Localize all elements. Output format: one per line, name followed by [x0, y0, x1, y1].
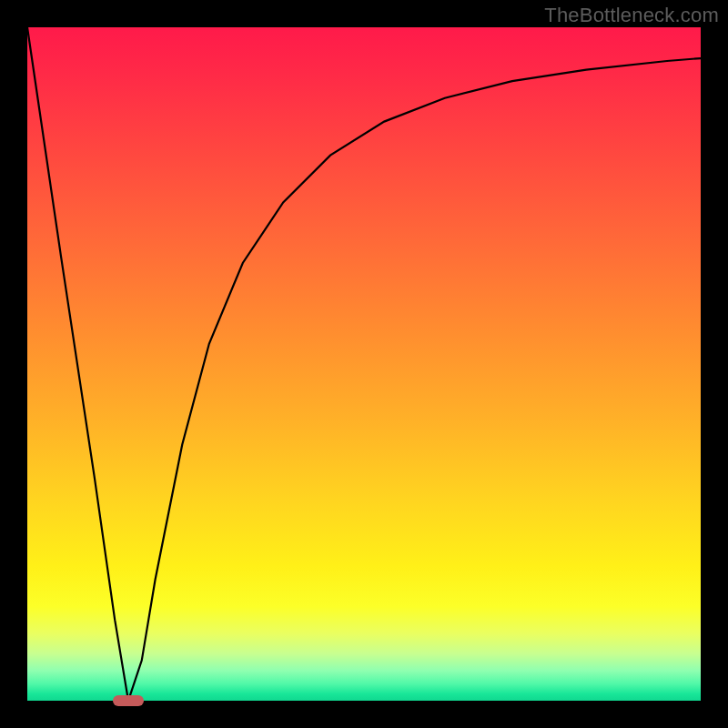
watermark-text: TheBottleneck.com [544, 4, 719, 27]
curve-path [27, 27, 701, 701]
plot-area [27, 27, 701, 701]
bottleneck-curve [27, 27, 701, 701]
min-marker [113, 695, 144, 706]
chart-frame: TheBottleneck.com [0, 0, 728, 728]
